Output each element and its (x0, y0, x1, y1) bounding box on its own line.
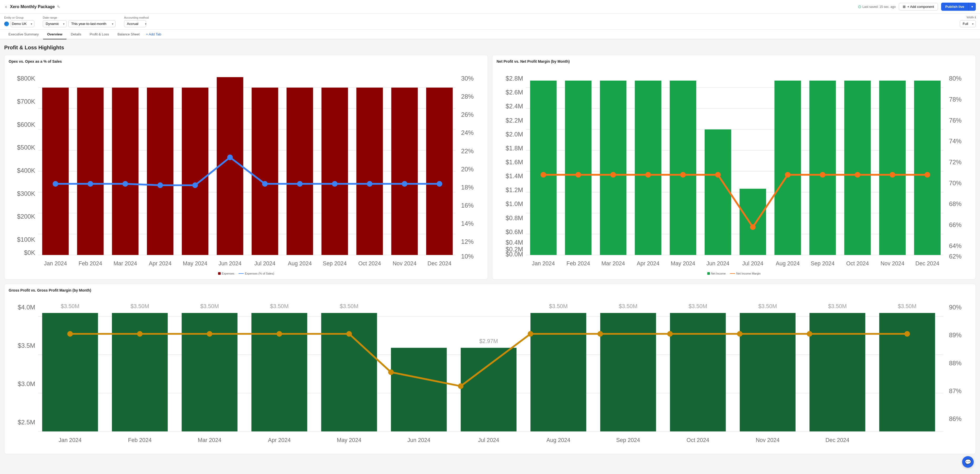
svg-text:$0.8M: $0.8M (506, 214, 523, 222)
svg-rect-155 (530, 313, 586, 431)
svg-text:12%: 12% (461, 238, 474, 245)
svg-text:76%: 76% (949, 117, 962, 124)
svg-text:Aug 2024: Aug 2024 (288, 260, 312, 267)
legend-expenses-color (218, 272, 221, 275)
chart-net-profit-legend: Net Income Net Income Margin (496, 272, 971, 275)
svg-text:80%: 80% (949, 75, 962, 82)
svg-rect-152 (321, 313, 377, 431)
chart-opex-legend: Expenses Expenses (% of Sales) (9, 272, 484, 275)
chart-gross-profit-title: Gross Profit vs. Gross Profit Margin (by… (9, 288, 971, 292)
svg-rect-151 (251, 313, 307, 431)
svg-rect-149 (112, 313, 168, 431)
svg-text:$500K: $500K (17, 144, 35, 151)
tab-overview[interactable]: Overview (43, 30, 67, 40)
chart-opex-area: $800K $700K $600K $500K $400K $300K $200… (9, 67, 484, 270)
chart-net-profit-area: $2.8M $2.6M $2.4M $2.2M $2.0M $1.8M $1.6… (496, 67, 971, 270)
legend-net-income-color (707, 272, 710, 275)
date-range-wrapper: This year-to-last-month (68, 20, 116, 27)
svg-text:$2.0M: $2.0M (506, 131, 523, 138)
svg-rect-35 (252, 88, 278, 255)
svg-text:$1.8M: $1.8M (506, 144, 523, 152)
top-bar-right: ⊙ Last saved: 15 sec. ago ⊞ + Add compon… (858, 3, 976, 11)
svg-point-47 (262, 181, 268, 187)
svg-text:Oct 2024: Oct 2024 (687, 437, 709, 443)
svg-point-174 (137, 331, 143, 336)
svg-point-176 (277, 331, 282, 336)
svg-text:Mar 2024: Mar 2024 (198, 437, 221, 443)
svg-text:$100K: $100K (17, 236, 35, 243)
svg-point-119 (820, 172, 825, 178)
svg-text:30%: 30% (461, 75, 474, 82)
publish-live-button[interactable]: Publish live (941, 3, 969, 11)
svg-rect-100 (565, 81, 592, 255)
svg-rect-33 (182, 88, 208, 255)
svg-text:Aug 2024: Aug 2024 (546, 437, 570, 443)
svg-point-116 (715, 172, 721, 178)
svg-text:Jun 2024: Jun 2024 (706, 260, 730, 267)
svg-text:Jan 2024: Jan 2024 (532, 260, 555, 267)
svg-text:14%: 14% (461, 220, 474, 227)
svg-text:$700K: $700K (17, 98, 35, 105)
add-component-button[interactable]: ⊞ + Add component (899, 3, 938, 11)
svg-text:Feb 2024: Feb 2024 (566, 260, 590, 267)
legend-expenses: Expenses (218, 272, 234, 275)
entity-filter-group: Entity or Group Demo UK (4, 16, 34, 27)
edit-icon[interactable]: ✎ (57, 5, 60, 9)
svg-rect-36 (286, 88, 313, 255)
accounting-label: Accounting method (124, 16, 149, 19)
plus-icon: ⊞ (903, 5, 906, 9)
charts-top-row: Opex vs. Opex as a % of Sales $800K $700… (4, 55, 976, 279)
svg-text:Jun 2024: Jun 2024 (407, 437, 430, 443)
svg-text:62%: 62% (949, 253, 962, 260)
date-range-select[interactable]: This year-to-last-month (68, 20, 116, 27)
svg-text:$200K: $200K (17, 213, 35, 220)
svg-text:$3.50M: $3.50M (61, 303, 80, 309)
svg-point-118 (785, 172, 790, 178)
svg-rect-37 (321, 88, 348, 255)
svg-text:24%: 24% (461, 129, 474, 136)
svg-rect-153 (391, 348, 447, 431)
svg-rect-39 (391, 88, 418, 255)
back-button[interactable]: ‹ (4, 3, 8, 11)
tab-profit-loss[interactable]: Profit & Loss (85, 30, 113, 40)
svg-text:16%: 16% (461, 202, 474, 209)
entity-select[interactable]: Demo UK (11, 20, 34, 27)
svg-text:Oct 2024: Oct 2024 (358, 260, 381, 267)
svg-point-43 (123, 181, 128, 187)
svg-text:Sep 2024: Sep 2024 (811, 260, 834, 267)
svg-rect-101 (600, 81, 626, 255)
svg-rect-103 (670, 81, 696, 255)
svg-text:$800K: $800K (17, 75, 35, 82)
add-tab-button[interactable]: + Add Tab (144, 30, 163, 39)
width-group: Width ℹ Full (960, 16, 976, 27)
svg-point-41 (52, 181, 58, 187)
app-title: Xero Monthly Package (10, 5, 55, 9)
svg-text:86%: 86% (949, 415, 962, 422)
tab-details[interactable]: Details (67, 30, 85, 40)
width-select[interactable]: Full (960, 20, 976, 27)
svg-rect-108 (844, 81, 871, 255)
chart-net-profit-svg: $2.8M $2.6M $2.4M $2.2M $2.0M $1.8M $1.6… (496, 67, 971, 269)
svg-text:$3.50M: $3.50M (200, 303, 219, 309)
svg-point-44 (158, 182, 163, 188)
svg-rect-150 (181, 313, 237, 431)
publish-dropdown-button[interactable]: ▾ (969, 3, 976, 11)
accounting-select[interactable]: Accrual (124, 20, 146, 27)
tab-balance-sheet[interactable]: Balance Sheet (113, 30, 144, 40)
chart-opex: Opex vs. Opex as a % of Sales $800K $700… (4, 55, 488, 279)
tab-executive-summary[interactable]: Executive Summary (4, 30, 43, 40)
svg-point-115 (680, 172, 686, 178)
svg-text:88%: 88% (949, 359, 962, 366)
svg-text:$300K: $300K (17, 190, 35, 197)
svg-text:22%: 22% (461, 147, 474, 155)
chart-gross-profit-svg: $4.0M $3.5M $3.0M $2.5M 90% 89% 88% 87% … (9, 295, 971, 449)
svg-text:May 2024: May 2024 (183, 260, 208, 267)
svg-text:74%: 74% (949, 138, 962, 144)
svg-point-46 (227, 155, 233, 160)
svg-text:28%: 28% (461, 93, 474, 100)
date-mode-select[interactable]: Dynamic (43, 20, 67, 27)
svg-text:66%: 66% (949, 221, 962, 228)
svg-text:Sep 2024: Sep 2024 (616, 437, 640, 443)
top-bar: ‹ Xero Monthly Package ✎ ⊙ Last saved: 1… (0, 0, 980, 14)
svg-text:78%: 78% (949, 96, 962, 103)
